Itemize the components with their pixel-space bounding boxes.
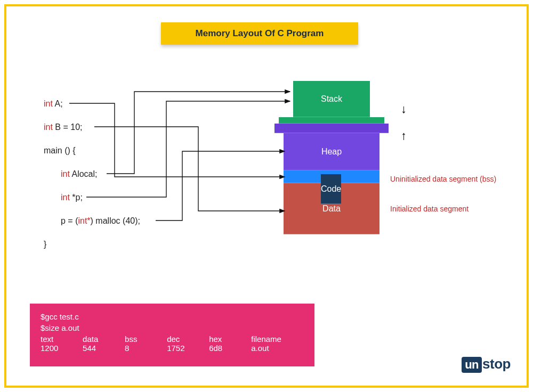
segment-code: Code — [321, 174, 341, 204]
arrow-up-icon: ↑ — [401, 129, 407, 143]
diagram-frame: Memory Layout Of C Program int A; int B … — [4, 4, 529, 388]
th-bss: bss — [125, 334, 167, 344]
code-text: A; — [53, 99, 63, 108]
logo-suffix: stop — [482, 356, 511, 372]
td-text: 1200 — [41, 344, 83, 353]
terminal-cmd-2: $size a.out — [41, 323, 304, 332]
keyword-int-star: int* — [78, 216, 90, 225]
code-line-4: int Alocal; — [44, 170, 140, 178]
segment-stack: Stack — [293, 81, 370, 117]
segment-label: Stack — [321, 94, 342, 104]
code-line-3: main () { — [44, 146, 140, 155]
keyword-int: int — [61, 169, 70, 178]
keyword-int: int — [44, 99, 53, 108]
segment-stack-edge — [279, 117, 384, 124]
code-text: p = ( — [61, 216, 78, 225]
arrow-down-icon: ↓ — [401, 102, 407, 116]
annotation-data: Initialized data segment — [390, 205, 469, 213]
th-hex: hex — [209, 334, 251, 344]
code-line-5: int *p; — [44, 193, 140, 202]
keyword-int: int — [61, 193, 70, 202]
code-line-2: int B = 10; — [44, 123, 140, 132]
code-line-1: int A; — [44, 100, 140, 108]
th-dec: dec — [167, 334, 209, 344]
code-text: ) malloc (40); — [91, 216, 140, 225]
code-line-7: } — [44, 240, 140, 249]
title-text: Memory Layout Of C Program — [196, 28, 324, 39]
th-filename: filename — [251, 334, 304, 344]
segment-label: Data — [322, 204, 341, 214]
th-text: text — [41, 334, 83, 344]
code-text: B = 10; — [53, 123, 83, 132]
terminal-value-row: 1200 544 8 1752 6d8 a.out — [41, 344, 304, 353]
terminal-output: $gcc test.c $size a.out text data bss de… — [30, 304, 314, 366]
keyword-int: int — [44, 123, 53, 132]
segment-label: Heap — [321, 147, 342, 157]
th-data: data — [83, 334, 125, 344]
annotation-bss: Uninitialized data segment (bss) — [390, 175, 496, 183]
segment-label: Code — [321, 185, 341, 193]
td-filename: a.out — [251, 344, 304, 353]
memory-layout: Stack Heap BSS Data Code — [284, 81, 379, 234]
code-line-6: p = (int*) malloc (40); — [44, 217, 140, 225]
td-dec: 1752 — [167, 344, 209, 353]
td-bss: 8 — [125, 344, 167, 353]
td-hex: 6d8 — [209, 344, 251, 353]
code-text: Alocal; — [70, 169, 98, 178]
segment-heap-edge — [274, 124, 389, 133]
segment-heap: Heap — [284, 133, 379, 170]
code-text: *p; — [70, 193, 83, 202]
td-data: 544 — [83, 344, 125, 353]
logo-badge: un — [462, 357, 482, 373]
terminal-header-row: text data bss dec hex filename — [41, 334, 304, 344]
title-banner: Memory Layout Of C Program — [161, 22, 358, 45]
code-block: int A; int B = 10; main () { int Alocal;… — [44, 100, 140, 264]
terminal-cmd-1: $gcc test.c — [41, 312, 304, 321]
logo-unstop: unstop — [462, 356, 511, 373]
